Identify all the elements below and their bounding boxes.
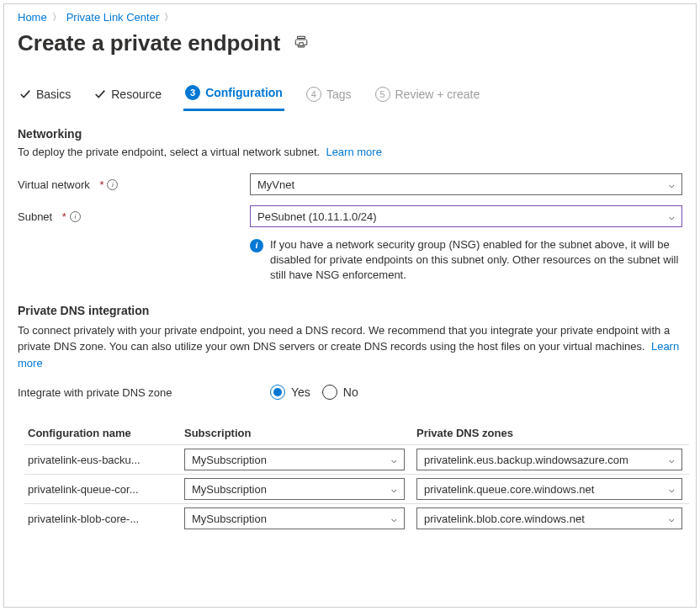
page-title: Create a private endpoint: [18, 30, 280, 56]
label-integrate-dns: Integrate with private DNS zone: [18, 386, 270, 399]
callout-text: If you have a network security group (NS…: [270, 237, 682, 284]
info-icon[interactable]: i: [70, 211, 81, 222]
learn-more-link[interactable]: Learn more: [326, 146, 381, 158]
breadcrumb-home[interactable]: Home: [18, 11, 47, 24]
step-number: 4: [306, 87, 321, 102]
column-header-zones: Private DNS zones: [416, 427, 689, 439]
tab-review-create[interactable]: 5 Review + create: [374, 80, 482, 111]
chevron-down-icon: ⌵: [391, 513, 397, 524]
chevron-down-icon: ⌵: [669, 513, 675, 524]
chevron-down-icon: ⌵: [669, 179, 675, 190]
tab-configuration[interactable]: 3 Configuration: [183, 80, 284, 111]
column-header-config-name: Configuration name: [24, 427, 184, 439]
table-row: privatelink-eus-backu... MySubscription⌵…: [24, 444, 689, 474]
select-value: MyVnet: [257, 178, 294, 191]
label-virtual-network: Virtual network * i: [18, 178, 250, 191]
check-icon: [19, 88, 31, 100]
radio-label: Yes: [291, 385, 310, 399]
breadcrumb-private-link-center[interactable]: Private Link Center: [66, 11, 160, 24]
tab-resource[interactable]: Resource: [93, 80, 163, 111]
select-subnet[interactable]: PeSubnet (10.11.1.0/24) ⌵: [250, 205, 682, 227]
chevron-right-icon: 〉: [52, 11, 61, 24]
tab-label: Tags: [326, 88, 352, 101]
chevron-right-icon: 〉: [164, 11, 173, 24]
tab-label: Configuration: [205, 86, 283, 99]
cell-config-name: privatelink-blob-core-...: [24, 513, 184, 525]
select-value: PeSubnet (10.11.1.0/24): [257, 210, 377, 223]
chevron-down-icon: ⌵: [391, 454, 397, 465]
step-number: 5: [375, 87, 390, 102]
radio-icon: [322, 385, 337, 400]
radio-no[interactable]: No: [322, 385, 358, 400]
tab-label: Basics: [36, 88, 71, 101]
chevron-down-icon: ⌵: [669, 484, 675, 495]
select-dns-zone[interactable]: privatelink.eus.backup.windowsazure.com⌵: [416, 449, 682, 470]
wizard-tabs: Basics Resource 3 Configuration 4 Tags 5…: [18, 80, 682, 112]
select-dns-zone[interactable]: privatelink.queue.core.windows.net⌵: [416, 478, 682, 500]
check-icon: [94, 88, 106, 100]
section-dns-title: Private DNS integration: [18, 304, 682, 317]
info-icon[interactable]: i: [107, 179, 118, 190]
table-row: privatelink-queue-cor... MySubscription⌵…: [24, 474, 689, 503]
cell-config-name: privatelink-queue-cor...: [24, 483, 184, 496]
subnet-info-callout: i If you have a network security group (…: [250, 237, 682, 284]
table-row: privatelink-blob-core-... MySubscription…: [24, 503, 689, 533]
tab-tags[interactable]: 4 Tags: [305, 80, 353, 111]
select-subscription[interactable]: MySubscription⌵: [184, 478, 405, 500]
chevron-down-icon: ⌵: [669, 211, 675, 222]
chevron-down-icon: ⌵: [391, 484, 397, 495]
info-icon: i: [250, 239, 263, 252]
step-number: 3: [185, 85, 200, 100]
select-subscription[interactable]: MySubscription⌵: [184, 449, 405, 470]
section-networking-title: Networking: [18, 127, 682, 141]
label-subnet: Subnet * i: [18, 210, 250, 223]
dns-table: Configuration name Subscription Private …: [24, 422, 689, 533]
tab-label: Review + create: [395, 88, 480, 101]
section-dns-desc: To connect privately with your private e…: [18, 322, 682, 372]
radio-yes[interactable]: Yes: [270, 385, 310, 400]
section-networking-desc: To deploy the private endpoint, select a…: [18, 146, 682, 158]
chevron-down-icon: ⌵: [669, 454, 675, 465]
print-icon[interactable]: [294, 35, 309, 52]
select-subscription[interactable]: MySubscription⌵: [184, 507, 405, 529]
cell-config-name: privatelink-eus-backu...: [24, 454, 184, 466]
column-header-subscription: Subscription: [184, 427, 416, 439]
radio-icon: [270, 385, 285, 400]
radio-label: No: [343, 385, 358, 399]
select-dns-zone[interactable]: privatelink.blob.core.windows.net⌵: [416, 507, 682, 529]
tab-label: Resource: [111, 88, 162, 101]
select-virtual-network[interactable]: MyVnet ⌵: [250, 173, 682, 195]
breadcrumb: Home 〉 Private Link Center 〉: [18, 11, 682, 24]
tab-basics[interactable]: Basics: [18, 80, 72, 111]
